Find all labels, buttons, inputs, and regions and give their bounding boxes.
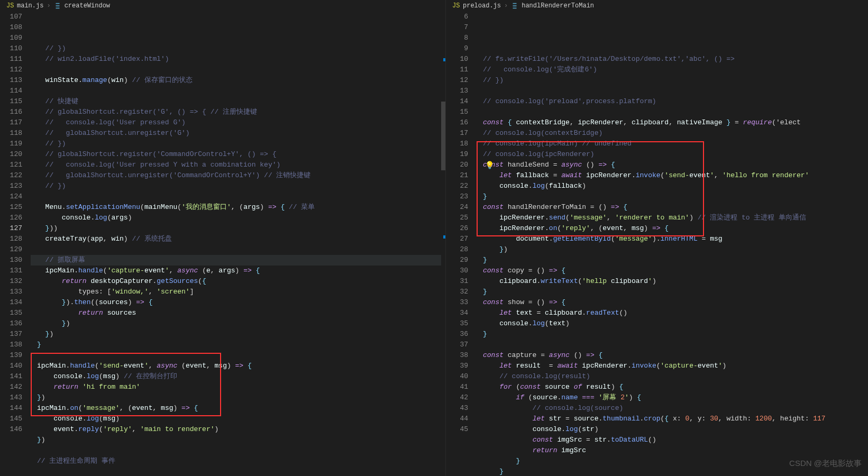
code-line[interactable]: // }) [477, 75, 868, 86]
code-line[interactable]: // }) [31, 181, 445, 191]
code-line[interactable]: // console.log('User pressed G') [31, 117, 445, 128]
code-line[interactable]: event.reply('reply', 'main to renderer') [31, 424, 445, 435]
code-line[interactable]: let result = await ipcRenderer.invoke('c… [477, 361, 868, 371]
code-line[interactable]: const capture = async () => { [477, 350, 868, 361]
code-line[interactable]: Menu.setApplicationMenu(mainMenu('我的消息窗口… [31, 202, 445, 213]
code-line[interactable]: const show = () => { [477, 297, 868, 308]
code-line[interactable]: } [477, 287, 868, 297]
code-line[interactable]: // console.log(contextBridge) [477, 128, 868, 139]
code-line[interactable] [31, 86, 445, 96]
code-line[interactable]: console.log(msg) // 在控制台打印 [31, 371, 445, 382]
watermark: CSDN @老电影故事 [789, 459, 862, 469]
code-area[interactable]: // }) // win2.loadFile('index.html') win… [31, 12, 445, 476]
code-line[interactable]: console.log(fallback) [477, 181, 868, 191]
code-line[interactable]: clipboard.writeText('hellp clipboard') [477, 276, 868, 287]
code-line[interactable]: ipcRenderer.send('message', 'renderer to… [477, 213, 868, 223]
code-line[interactable]: // win2.loadFile('index.html') [31, 54, 445, 65]
code-line[interactable]: // console.log(result) [477, 371, 868, 382]
minimap-thumb[interactable] [441, 102, 445, 170]
code-line[interactable]: let str = source.thumbnail.crop({ x: 0, … [477, 414, 868, 424]
code-line[interactable]: // globalShortcut.register('CommandOrCon… [31, 149, 445, 160]
chevron-right-icon: › [47, 2, 50, 10]
code-line[interactable]: // console.log(source) [477, 403, 868, 414]
code-line[interactable]: return imgSrc [477, 445, 868, 456]
code-line[interactable]: console.log(msg) [31, 414, 445, 424]
code-line[interactable]: }) [477, 244, 868, 255]
breadcrumb-symbol[interactable]: createWindow [65, 2, 110, 10]
code-line[interactable]: const { contextBridge, ipcRenderer, clip… [477, 117, 868, 128]
code-line[interactable]: }) [31, 329, 445, 340]
code-line[interactable]: for (const source of result) { [477, 382, 868, 392]
code-line[interactable]: // 抓取屏幕 [31, 255, 445, 266]
scroll-marker [443, 58, 445, 61]
code-editor-left[interactable]: 1071081091101111121131141151161171181191… [0, 12, 445, 476]
code-line[interactable]: const handleSend = async () => { [477, 160, 868, 170]
code-line[interactable]: // console.log('完成创建6') [477, 65, 868, 75]
code-line[interactable]: ipcMain.on('message', (event, msg) => { [31, 403, 445, 414]
breadcrumb-file[interactable]: preload.js [463, 2, 501, 10]
code-line[interactable]: let text = clipboard.readText() [477, 308, 868, 318]
code-line[interactable]: ipcMain.handle('capture-event', async (e… [31, 266, 445, 276]
code-line[interactable] [477, 340, 868, 350]
code-line[interactable]: // 主进程生命周期 事件 [31, 456, 445, 466]
code-area[interactable]: // fs.writeFile('/Users/hinata/Desktop/d… [477, 12, 868, 476]
line-number-gutter: 1071081091101111121131141151161171181191… [0, 12, 31, 476]
code-line[interactable]: // }) [31, 139, 445, 149]
line-number-gutter: 6789101112131415161718192021222324252627… [446, 12, 477, 476]
chevron-right-icon: › [504, 2, 508, 10]
code-line[interactable]: let fallback = await ipcRenderer.invoke(… [477, 170, 868, 181]
breadcrumb[interactable]: JS preload.js › handlRendererToMain [446, 0, 868, 12]
code-line[interactable]: types: ['window,', 'screen'] [31, 287, 445, 297]
code-line[interactable] [31, 244, 445, 255]
code-editor-right[interactable]: 6789101112131415161718192021222324252627… [446, 12, 868, 476]
code-line[interactable]: // 快捷键 [31, 96, 445, 107]
code-line[interactable]: // console.log(ipcMain) // undefined [477, 139, 868, 149]
code-line[interactable]: // globalShortcut.unregister('G') [31, 128, 445, 139]
code-line[interactable]: console.log(str) [477, 424, 868, 435]
editor-pane-left: JS main.js › createWindow 10710810911011… [0, 0, 445, 476]
code-line[interactable]: console.log(text) [477, 318, 868, 329]
code-line[interactable]: const copy = () => { [477, 266, 868, 276]
code-line[interactable]: } [477, 191, 868, 202]
code-line[interactable]: // console.log('preload',process.platfor… [477, 96, 868, 107]
code-line[interactable]: }).then((sources) => { [31, 297, 445, 308]
breadcrumb-symbol[interactable]: handlRendererToMain [522, 2, 594, 10]
code-line[interactable]: // globalShortcut.register('G', () => { … [31, 107, 445, 117]
code-line[interactable] [477, 86, 868, 96]
code-line[interactable]: }) [31, 318, 445, 329]
code-line[interactable]: // fs.writeFile('/Users/hinata/Desktop/d… [477, 54, 868, 65]
code-line[interactable] [31, 191, 445, 202]
breadcrumb[interactable]: JS main.js › createWindow [0, 0, 445, 12]
code-line[interactable]: }) [31, 392, 445, 403]
code-line[interactable] [31, 445, 445, 456]
code-line[interactable]: } [31, 340, 445, 350]
code-line[interactable]: console.log(args) [31, 213, 445, 223]
minimap[interactable] [441, 12, 445, 476]
code-line[interactable]: return desktopCapturer.getSources({ [31, 276, 445, 287]
code-line[interactable]: // globalShortcut.unregister('CommandOrC… [31, 170, 445, 181]
code-line[interactable]: }) [31, 435, 445, 445]
code-line[interactable]: })) [31, 223, 445, 234]
code-line[interactable]: // console.log('User pressed Y with a co… [31, 160, 445, 170]
code-line[interactable] [31, 350, 445, 361]
code-line[interactable]: const handlRendererToMain = () => { [477, 202, 868, 213]
code-line[interactable]: if (source.name === '屏幕 2') { [477, 392, 868, 403]
breadcrumb-file[interactable]: main.js [17, 2, 43, 10]
symbol-method-icon [54, 2, 61, 10]
code-line[interactable]: // console.log(ipcRenderer) [477, 149, 868, 160]
code-line[interactable]: return sources [31, 308, 445, 318]
code-line[interactable]: ipcRenderer.on('reply', (event, msg) => … [477, 223, 868, 234]
code-line[interactable]: } [477, 329, 868, 340]
code-line[interactable]: const imgSrc = str.toDataURL() [477, 435, 868, 445]
code-line[interactable]: // }) [31, 43, 445, 54]
symbol-method-icon [511, 2, 518, 10]
lightbulb-icon[interactable]: 💡 [485, 160, 494, 171]
code-line[interactable]: document.getElementById('message').inner… [477, 234, 868, 244]
code-line[interactable] [31, 65, 445, 75]
code-line[interactable]: createTray(app, win) // 系统托盘 [31, 234, 445, 244]
code-line[interactable]: winState.manage(win) // 保存窗口的状态 [31, 75, 445, 86]
code-line[interactable]: } [477, 255, 868, 266]
code-line[interactable]: ipcMain.handle('send-event', async (even… [31, 361, 445, 371]
code-line[interactable] [477, 107, 868, 117]
code-line[interactable]: return 'hi from main' [31, 382, 445, 392]
